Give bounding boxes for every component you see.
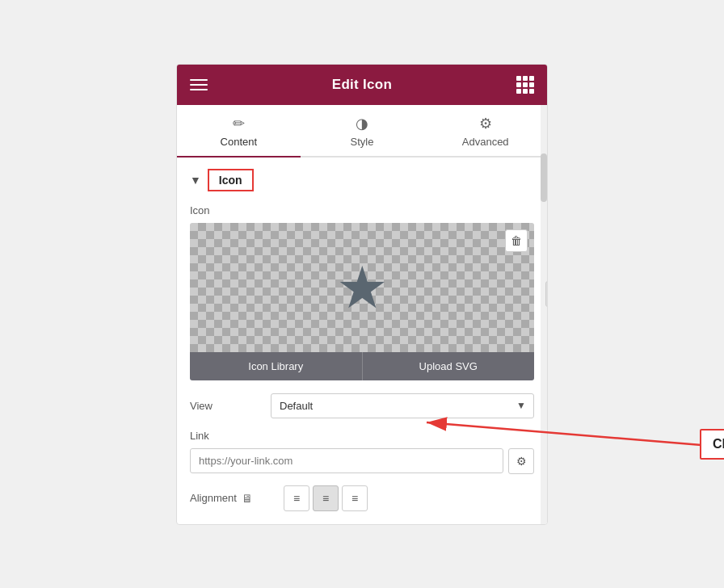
view-field-row: View Default Stacked Framed ▼ bbox=[190, 393, 534, 418]
link-input-row: ⚙ bbox=[190, 448, 534, 474]
tab-advanced-label: Advanced bbox=[462, 136, 509, 148]
icon-preview-bg: ★ 🗑 bbox=[190, 223, 534, 352]
link-input[interactable] bbox=[190, 448, 503, 473]
align-center-button[interactable]: ≡ bbox=[313, 485, 339, 511]
align-left-button[interactable]: ≡ bbox=[284, 485, 309, 511]
tab-advanced[interactable]: ⚙ Advanced bbox=[423, 105, 547, 156]
section-collapse-arrow[interactable]: ▼ bbox=[190, 174, 201, 187]
view-label: View bbox=[190, 400, 271, 412]
advanced-icon: ⚙ bbox=[479, 115, 492, 132]
alignment-row: Alignment 🖥 ≡ ≡ ≡ bbox=[190, 485, 534, 511]
section-header: ▼ Icon bbox=[190, 169, 534, 191]
click-here-text: Click here bbox=[700, 429, 724, 460]
edit-icon-panel: Edit Icon ✏ Content ◑ Style ⚙ Advanced bbox=[176, 64, 548, 525]
scrollbar-thumb[interactable] bbox=[541, 153, 547, 202]
link-settings-button[interactable]: ⚙ bbox=[508, 448, 534, 474]
upload-svg-button[interactable]: Upload SVG bbox=[363, 352, 535, 380]
tab-content-label: Content bbox=[221, 136, 258, 148]
content-area: ▼ Icon Icon ★ 🗑 Icon Library Upload SVG … bbox=[177, 158, 547, 524]
scrollbar bbox=[541, 105, 547, 525]
star-icon: ★ bbox=[336, 258, 389, 317]
alignment-buttons: ≡ ≡ ≡ bbox=[284, 485, 368, 511]
content-icon: ✏ bbox=[233, 115, 245, 132]
alignment-label: Alignment bbox=[190, 492, 237, 504]
view-select[interactable]: Default Stacked Framed bbox=[271, 393, 534, 418]
link-label: Link bbox=[190, 430, 534, 442]
monitor-icon: 🖥 bbox=[242, 492, 253, 505]
icon-library-button[interactable]: Icon Library bbox=[190, 352, 363, 380]
tab-content[interactable]: ✏ Content bbox=[177, 105, 301, 156]
view-select-wrapper: Default Stacked Framed ▼ bbox=[271, 393, 534, 418]
grid-icon[interactable] bbox=[516, 76, 534, 94]
hamburger-icon[interactable] bbox=[190, 79, 208, 90]
panel-header: Edit Icon bbox=[177, 65, 547, 105]
link-section: Link ⚙ bbox=[190, 430, 534, 474]
section-title: Icon bbox=[208, 169, 254, 191]
icon-preview-container: ★ 🗑 Icon Library Upload SVG bbox=[190, 223, 534, 380]
style-icon: ◑ bbox=[356, 115, 368, 132]
panel-title: Edit Icon bbox=[332, 77, 392, 93]
tab-style[interactable]: ◑ Style bbox=[301, 105, 424, 156]
tab-style-label: Style bbox=[351, 136, 374, 148]
align-right-button[interactable]: ≡ bbox=[342, 485, 368, 511]
delete-icon-button[interactable]: 🗑 bbox=[505, 229, 528, 252]
icon-actions-bar: Icon Library Upload SVG bbox=[190, 352, 534, 380]
icon-field-label: Icon bbox=[190, 204, 534, 216]
alignment-label-group: Alignment 🖥 bbox=[190, 492, 277, 505]
collapse-panel-button[interactable]: ‹ bbox=[545, 281, 548, 307]
click-here-annotation: Click here bbox=[700, 429, 724, 460]
tabs-container: ✏ Content ◑ Style ⚙ Advanced bbox=[177, 105, 547, 158]
